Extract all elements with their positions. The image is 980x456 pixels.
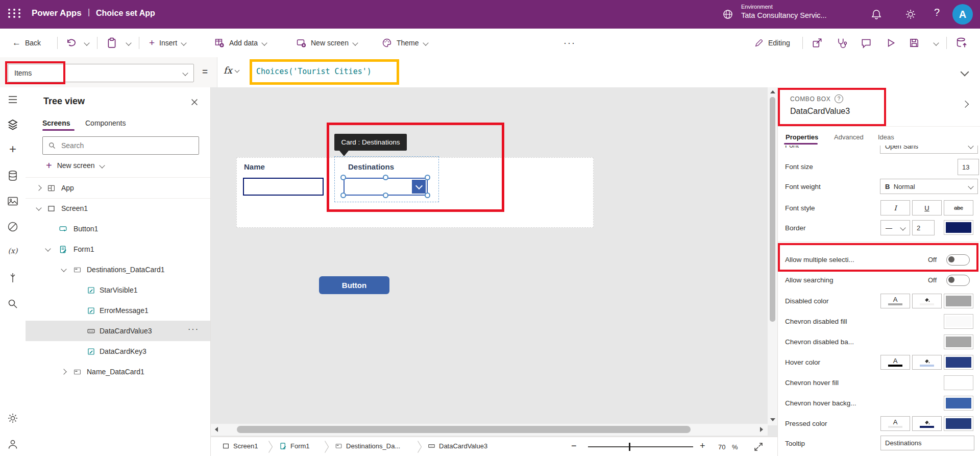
resize-handle-top-middle[interactable] [383, 175, 388, 180]
pressed-font-color-button[interactable]: A [880, 416, 910, 431]
editing-mode-button[interactable]: Editing [754, 29, 790, 57]
chevron-disabled-fill-swatch[interactable] [944, 314, 973, 329]
tree-item-form1[interactable]: Form1 [26, 239, 210, 259]
close-panel-icon[interactable] [190, 98, 199, 107]
fx-selector[interactable]: fx [224, 65, 239, 76]
settings-rail-icon[interactable] [7, 412, 19, 424]
resize-handle-top-left[interactable] [340, 175, 346, 180]
vertical-scroll-thumb[interactable] [770, 97, 775, 322]
insert-rail-icon[interactable]: + [7, 143, 19, 155]
notifications-bell-icon[interactable] [870, 8, 883, 20]
avatar[interactable]: A [952, 4, 973, 25]
zoom-slider-track[interactable] [588, 446, 693, 447]
breadcrumb-screen1[interactable]: Screen1 [222, 442, 258, 450]
hover-font-color-button[interactable]: A [880, 355, 910, 370]
help-icon[interactable]: ? [934, 7, 940, 18]
breadcrumb-form1[interactable]: Form1 [279, 442, 310, 450]
tree-item-name-datacard1[interactable]: Name_DataCard1 [26, 362, 210, 382]
share-icon[interactable] [812, 29, 823, 57]
font-dropdown[interactable]: Open Sans [880, 146, 978, 154]
row-more-button[interactable]: ··· [188, 325, 199, 334]
canvas-vertical-scrollbar[interactable] [768, 87, 777, 425]
tab-advanced[interactable]: Advanced [834, 133, 864, 141]
breadcrumb-destinations-datacard[interactable]: Destinations_Da... [335, 442, 400, 450]
scroll-up-arrow[interactable] [770, 90, 775, 93]
back-button[interactable]: ← Back [12, 29, 41, 57]
tree-item-screen1[interactable]: Screen1 [26, 198, 210, 219]
resize-handle-bottom-middle[interactable] [383, 193, 388, 198]
tree-item-errormessage1[interactable]: ErrorMessage1 [26, 300, 210, 321]
new-screen-button[interactable]: New screen [296, 29, 357, 57]
publish-icon[interactable] [955, 29, 968, 57]
insert-button[interactable]: + Insert [149, 29, 186, 57]
strikethrough-button[interactable]: abc [944, 200, 973, 215]
font-size-input[interactable]: 13 [958, 159, 979, 175]
hamburger-menu-icon[interactable] [7, 93, 19, 106]
pressed-fill-color-button[interactable] [912, 416, 942, 431]
new-screen-tree-button[interactable]: + New screen [46, 160, 104, 171]
horizontal-scroll-thumb[interactable] [237, 426, 691, 433]
search-rail-icon[interactable] [7, 298, 19, 310]
help-circle-icon[interactable]: ? [835, 94, 843, 103]
waffle-menu-icon[interactable] [8, 9, 22, 18]
app-checker-stethoscope-icon[interactable] [836, 29, 847, 57]
play-preview-icon[interactable] [885, 29, 896, 57]
chevron-hover-bg-swatch[interactable] [944, 396, 973, 411]
disabled-font-color-button[interactable]: A [880, 294, 910, 308]
settings-gear-icon[interactable] [904, 8, 917, 20]
resize-handle-bottom-left[interactable] [340, 193, 346, 198]
tree-view-icon[interactable] [7, 118, 19, 131]
hover-color-swatch[interactable] [944, 355, 973, 370]
paste-clipboard-icon[interactable] [106, 29, 117, 57]
toolbar-overflow-button[interactable]: ··· [564, 29, 576, 57]
undo-icon[interactable] [65, 29, 77, 57]
pressed-color-swatch[interactable] [944, 416, 973, 431]
power-automate-rail-icon[interactable] [7, 221, 19, 233]
feedback-rail-icon[interactable] [7, 438, 19, 450]
resize-handle-bottom-right[interactable] [425, 193, 430, 198]
property-selector-dropdown[interactable]: Items [8, 64, 194, 82]
environment-picker[interactable]: Environment Tata Consultancy Servic... [741, 4, 827, 20]
resize-handle-top-right[interactable] [425, 175, 430, 180]
advanced-tools-rail-icon[interactable] [7, 272, 19, 284]
paste-menu-chevron[interactable] [127, 29, 131, 57]
design-canvas[interactable]: Name Destinations Card : Destinations Bu… [211, 87, 777, 437]
data-rail-icon[interactable] [7, 170, 19, 182]
zoom-out-button[interactable]: − [571, 441, 577, 451]
fullscreen-expand-icon[interactable] [753, 442, 764, 452]
media-rail-icon[interactable] [7, 195, 19, 207]
disabled-color-swatch[interactable] [944, 294, 973, 308]
chevron-hover-fill-swatch[interactable] [944, 375, 973, 390]
tree-search-box[interactable] [42, 136, 199, 155]
comments-icon[interactable] [861, 29, 872, 57]
save-menu-chevron[interactable] [934, 29, 938, 57]
tree-item-button1[interactable]: Button1 [26, 219, 210, 239]
panel-expand-chevron[interactable] [963, 100, 968, 108]
canvas-button-control[interactable]: Button [319, 276, 389, 294]
tab-ideas[interactable]: Ideas [878, 133, 894, 141]
name-text-input[interactable] [243, 178, 324, 196]
italic-button[interactable]: I [880, 200, 910, 215]
combobox-chevron-button[interactable] [412, 180, 426, 194]
tab-screens[interactable]: Screens [42, 119, 70, 127]
tree-item-app[interactable]: App [26, 178, 210, 198]
tab-components[interactable]: Components [85, 119, 126, 127]
border-style-dropdown[interactable]: — [880, 220, 910, 235]
font-weight-dropdown[interactable]: B Normal [880, 179, 978, 194]
scroll-right-arrow[interactable] [760, 427, 763, 432]
add-data-button[interactable]: Add data [214, 29, 266, 57]
scroll-down-arrow[interactable] [770, 418, 775, 421]
allow-multiple-toggle[interactable] [946, 254, 970, 266]
tree-item-starvisible1[interactable]: StarVisible1 [26, 280, 210, 300]
scroll-left-arrow[interactable] [215, 427, 218, 432]
tooltip-input[interactable]: Destinations [880, 436, 974, 450]
breadcrumb-datacardvalue3[interactable]: DataCardValue3 [428, 442, 487, 450]
chevron-disabled-bg-swatch[interactable] [944, 334, 973, 349]
disabled-fill-color-button[interactable] [912, 294, 942, 308]
formula-bar-expand-chevron[interactable] [962, 68, 968, 77]
zoom-in-button[interactable]: + [700, 441, 705, 451]
border-weight-input[interactable]: 2 [912, 220, 935, 235]
save-icon[interactable] [909, 29, 920, 57]
tree-item-destinations-datacard1[interactable]: Destinations_DataCard1 [26, 259, 210, 280]
variables-rail-icon[interactable]: (x) [7, 247, 19, 259]
